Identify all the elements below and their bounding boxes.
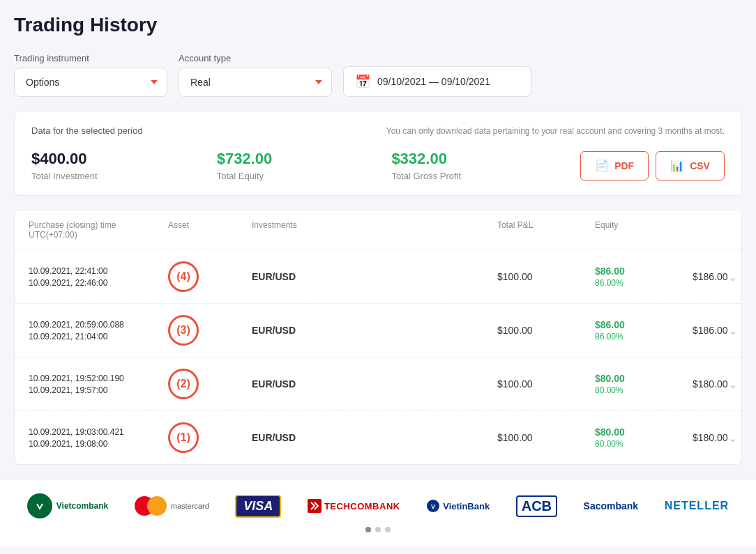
neteller-label: NETELLER — [665, 500, 729, 512]
total-equity-label: Total Equity — [217, 171, 273, 181]
techcombank-label: TECHCOMBANK — [308, 499, 400, 513]
expand-icon[interactable]: ⌄ — [728, 431, 737, 445]
pnl-amount: $80.00 — [595, 426, 693, 438]
dot-3[interactable] — [385, 527, 391, 532]
techcombank-icon — [308, 499, 322, 513]
pnl-pct: 80.00% — [595, 439, 693, 449]
time-open: 10.09.2021, 19:03:00.421 — [29, 427, 168, 437]
account-type-select[interactable]: RealDemo — [179, 68, 332, 97]
col-header-time: Purchase (closing) time UTC(+07:00) — [29, 220, 168, 240]
mastercard-orange-circle — [147, 496, 167, 516]
trade-badge: (3) — [168, 315, 199, 346]
time-cell: 10.09.2021, 19:03:00.421 10.09.2021, 19:… — [29, 427, 168, 449]
svg-point-0 — [33, 499, 47, 513]
neteller-logo: NETELLER — [665, 500, 729, 512]
trade-badge: (1) — [168, 422, 199, 453]
col-header-expand — [693, 220, 727, 240]
equity-amount: $186.00 — [693, 271, 728, 282]
expand-icon[interactable]: ⌄ — [728, 378, 737, 391]
total-investment-label: Total Investment — [31, 171, 98, 181]
footer: Vietcombank mastercard VISA TECHCO — [0, 479, 756, 546]
asset-cell: EUR/USD — [252, 378, 497, 390]
equity-amount: $186.00 — [693, 325, 728, 336]
pnl-amount: $86.00 — [595, 266, 693, 277]
table-row[interactable]: 10.09.2021, 19:03:00.421 10.09.2021, 19:… — [15, 411, 741, 464]
csv-icon: 📊 — [670, 159, 684, 173]
account-type-select-wrapper: RealDemo — [179, 68, 332, 97]
badge-cell: (4) — [168, 261, 252, 292]
trading-instrument-select-wrapper: OptionsForexCryptoStocks — [14, 68, 167, 97]
visa-logo: VISA — [235, 495, 281, 518]
total-profit-block: $332.00 Total Gross Profit — [391, 150, 461, 181]
trade-badge: (4) — [168, 261, 199, 292]
page-title: Trading History — [14, 14, 742, 36]
time-cell: 10.09.2021, 22:41:00 10.09.2021, 22:46:0… — [29, 266, 168, 288]
total-equity-amount: $732.00 — [217, 150, 273, 168]
time-close: 10.09.2021, 19:57:00 — [29, 385, 168, 395]
time-cell: 10.09.2021, 19:52:00.190 10.09.2021, 19:… — [29, 374, 168, 395]
total-profit-amount: $332.00 — [391, 150, 461, 168]
trades-table: Purchase (closing) time UTC(+07:00) Asse… — [14, 210, 742, 465]
vietinbank-label: V VietinBank — [426, 499, 490, 513]
filters-row: Trading instrument OptionsForexCryptoSto… — [14, 53, 742, 97]
total-investment-block: $400.00 Total Investment — [31, 150, 98, 181]
time-close: 10.09.2021, 21:04:00 — [29, 332, 168, 341]
dot-1[interactable] — [365, 527, 371, 532]
vietinbank-logo: V VietinBank — [426, 499, 490, 513]
col-header-asset: Asset — [168, 220, 252, 240]
pnl-cell: $80.00 80.00% — [595, 373, 693, 395]
pnl-pct: 86.00% — [595, 332, 693, 341]
table-row[interactable]: 10.09.2021, 19:52:00.190 10.09.2021, 19:… — [15, 357, 741, 411]
pnl-cell: $86.00 86.00% — [595, 319, 693, 341]
pnl-cell: $86.00 86.00% — [595, 266, 693, 288]
date-range-value: 09/10/2021 — 09/10/2021 — [377, 76, 490, 87]
pnl-amount: $86.00 — [595, 319, 693, 330]
investment-cell: $100.00 — [497, 325, 595, 336]
trading-instrument-label: Trading instrument — [14, 53, 167, 63]
table-header: Purchase (closing) time UTC(+07:00) Asse… — [15, 210, 741, 250]
pnl-cell: $80.00 80.00% — [595, 426, 693, 449]
mastercard-label: mastercard — [171, 502, 209, 510]
period-label: Data for the selected period — [31, 125, 143, 136]
asset-cell: EUR/USD — [252, 432, 497, 443]
badge-cell: (2) — [168, 369, 252, 399]
date-range-picker[interactable]: 📅 09/10/2021 — 09/10/2021 — [343, 66, 531, 97]
trading-instrument-select[interactable]: OptionsForexCryptoStocks — [14, 68, 167, 97]
account-type-group: Account type RealDemo — [179, 53, 332, 97]
vietcombank-logo: Vietcombank — [27, 493, 108, 518]
carousel-dots — [21, 527, 735, 532]
expand-icon[interactable]: ⌄ — [728, 270, 737, 284]
export-pdf-button[interactable]: 📄 PDF — [580, 151, 649, 180]
time-open: 10.09.2021, 20:59:00.088 — [29, 320, 168, 330]
time-open: 10.09.2021, 22:41:00 — [29, 266, 168, 276]
table-row[interactable]: 10.09.2021, 20:59:00.088 10.09.2021, 21:… — [15, 304, 741, 357]
techcombank-logo: TECHCOMBANK — [308, 499, 400, 513]
svg-text:V: V — [431, 503, 435, 510]
export-csv-button[interactable]: 📊 CSV — [656, 151, 725, 180]
date-range-group: 📅 09/10/2021 — 09/10/2021 — [343, 66, 531, 97]
pnl-pct: 86.00% — [595, 278, 693, 288]
time-open: 10.09.2021, 19:52:00.190 — [29, 374, 168, 383]
dot-2[interactable] — [375, 527, 381, 532]
download-notice: You can only download data pertaining to… — [386, 126, 725, 136]
time-cell: 10.09.2021, 20:59:00.088 10.09.2021, 21:… — [29, 320, 168, 341]
equity-amount: $180.00 — [693, 432, 728, 443]
time-close: 10.09.2021, 22:46:00 — [29, 278, 168, 288]
payment-logos: Vietcombank mastercard VISA TECHCO — [21, 493, 735, 518]
account-type-label: Account type — [179, 53, 332, 63]
vietcombank-icon — [27, 493, 52, 518]
table-row[interactable]: 10.09.2021, 22:41:00 10.09.2021, 22:46:0… — [15, 250, 741, 304]
col-header-investments: Investments — [252, 220, 497, 240]
acb-label: ACB — [516, 495, 557, 517]
expand-icon[interactable]: ⌄ — [728, 324, 737, 337]
trade-badge: (2) — [168, 369, 199, 399]
export-buttons: 📄 PDF 📊 CSV — [580, 151, 725, 180]
mastercard-logo: mastercard — [135, 496, 209, 516]
trading-instrument-group: Trading instrument OptionsForexCryptoSto… — [14, 53, 167, 97]
total-equity-block: $732.00 Total Equity — [217, 150, 273, 181]
visa-text: VISA — [235, 495, 281, 518]
info-notice: Data for the selected period You can onl… — [31, 125, 725, 136]
badge-cell: (3) — [168, 315, 252, 346]
time-close: 10.09.2021, 19:08:00 — [29, 439, 168, 449]
pnl-pct: 80.00% — [595, 385, 693, 395]
